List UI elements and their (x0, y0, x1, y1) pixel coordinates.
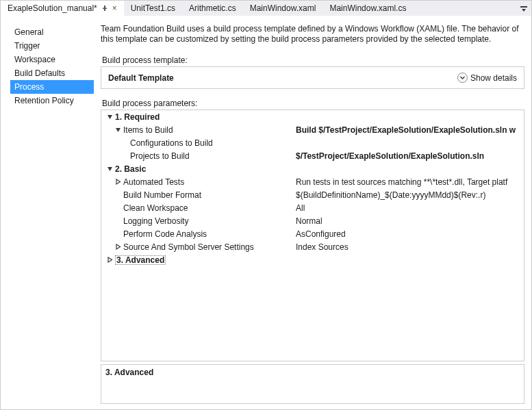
collapse-icon[interactable] (105, 113, 114, 121)
category-label: 1. Required (115, 112, 160, 122)
show-details-label: Show details (470, 73, 517, 83)
tab-mainwindow-xaml-cs[interactable]: MainWindow.xaml.cs (322, 1, 413, 16)
category-label: 3. Advanced (115, 255, 166, 265)
parameters-section: Build process parameters: 1. Required (101, 96, 524, 404)
param-row-projects-to-build[interactable]: Projects to Build $/TestProject/ExapleSo… (101, 149, 524, 162)
param-name: Perform Code Analysis (123, 229, 207, 239)
sidebar-item-retention-policy[interactable]: Retention Policy (10, 94, 94, 107)
intro-text: Team Foundation Build uses a build proce… (101, 24, 524, 44)
param-row-clean-workspace[interactable]: Clean Workspace All (101, 201, 524, 214)
parameters-section-label: Build process parameters: (102, 99, 523, 108)
category-row-basic[interactable]: 2. Basic (101, 162, 524, 175)
sidebar-item-build-defaults[interactable]: Build Defaults (10, 66, 94, 80)
param-value[interactable]: All (296, 203, 524, 213)
template-box: Default Template Show details (101, 66, 524, 89)
sidebar-item-label: Build Defaults (14, 68, 65, 78)
property-grid[interactable]: 1. Required Items to Build Build $/TestP… (101, 110, 524, 361)
category-sidebar: General Trigger Workspace Build Defaults… (1, 16, 97, 409)
tab-label: MainWindow.xaml (250, 3, 316, 13)
template-section-label: Build process template: (102, 55, 523, 65)
expand-icon[interactable] (105, 256, 114, 264)
sidebar-item-label: Trigger (14, 41, 40, 51)
svg-rect-0 (520, 6, 527, 8)
editor-pane: ExapleSolution_manual* × UnitTest1.cs Ar… (0, 0, 532, 410)
param-value[interactable]: $/TestProject/ExapleSolution/ExapleSolut… (296, 151, 524, 161)
document-tabstrip: ExapleSolution_manual* × UnitTest1.cs Ar… (1, 1, 531, 16)
expand-icon[interactable] (114, 243, 122, 251)
sidebar-item-process[interactable]: Process (10, 80, 94, 94)
param-row-items-to-build[interactable]: Items to Build Build $/TestProject/Exapl… (101, 123, 524, 136)
param-value[interactable]: Build $/TestProject/ExapleSolution/Exapl… (296, 125, 524, 135)
param-value[interactable]: Run tests in test sources matching **\*t… (296, 177, 524, 187)
param-name: Projects to Build (130, 151, 190, 161)
param-value[interactable]: AsConfigured (296, 229, 524, 239)
param-name: Build Number Format (123, 190, 201, 200)
param-row-source-symbol-settings[interactable]: Source And Symbol Server Settings Index … (101, 240, 524, 253)
sidebar-item-label: General (14, 27, 44, 37)
category-row-advanced[interactable]: 3. Advanced (101, 253, 524, 266)
param-name: Automated Tests (123, 177, 184, 187)
param-name: Configurations to Build (130, 138, 213, 148)
main-content: Team Foundation Build uses a build proce… (97, 16, 531, 409)
pin-icon[interactable] (102, 5, 110, 12)
param-value[interactable]: Index Sources (296, 242, 524, 252)
sidebar-item-label: Process (14, 82, 44, 92)
param-row-perform-code-analysis[interactable]: Perform Code Analysis AsConfigured (101, 227, 524, 240)
sidebar-item-trigger[interactable]: Trigger (10, 39, 94, 53)
sidebar-item-workspace[interactable]: Workspace (10, 53, 94, 66)
description-panel: 3. Advanced (101, 364, 524, 404)
category-row-required[interactable]: 1. Required (101, 110, 524, 123)
sidebar-item-label: Workspace (14, 55, 55, 64)
sidebar-item-label: Retention Policy (14, 96, 74, 105)
param-row-automated-tests[interactable]: Automated Tests Run tests in test source… (101, 175, 524, 188)
param-name: Clean Workspace (123, 203, 188, 213)
param-name: Items to Build (123, 125, 173, 135)
tab-arithmetic[interactable]: Arithmetic.cs (182, 1, 243, 16)
tab-label: ExapleSolution_manual* (8, 3, 97, 13)
close-icon[interactable]: × (112, 3, 117, 13)
tab-mainwindow-xaml[interactable]: MainWindow.xaml (243, 1, 323, 16)
tab-label: MainWindow.xaml.cs (329, 3, 406, 13)
collapse-icon[interactable] (114, 126, 122, 134)
tab-overflow-button[interactable] (516, 3, 531, 13)
chevron-down-icon (457, 73, 468, 83)
param-name: Logging Verbosity (123, 216, 188, 226)
expand-icon[interactable] (114, 178, 122, 186)
param-name: Source And Symbol Server Settings (123, 242, 254, 252)
body: General Trigger Workspace Build Defaults… (1, 16, 531, 409)
show-details-toggle[interactable]: Show details (457, 73, 517, 83)
collapse-icon[interactable] (105, 165, 114, 173)
category-label: 2. Basic (115, 164, 146, 174)
param-row-configurations-to-build[interactable]: Configurations to Build (101, 136, 524, 149)
sidebar-item-general[interactable]: General (10, 25, 94, 39)
tab-label: UnitTest1.cs (131, 3, 175, 13)
param-value[interactable]: Normal (296, 216, 524, 226)
param-row-build-number-format[interactable]: Build Number Format $(BuildDefinitionNam… (101, 188, 524, 201)
param-row-logging-verbosity[interactable]: Logging Verbosity Normal (101, 214, 524, 227)
tab-exaplesolution-manual[interactable]: ExapleSolution_manual* × (1, 1, 124, 16)
description-title: 3. Advanced (105, 368, 520, 377)
tab-label: Arithmetic.cs (189, 3, 236, 13)
template-name: Default Template (108, 73, 174, 83)
tab-unittest1[interactable]: UnitTest1.cs (124, 1, 182, 16)
param-value[interactable]: $(BuildDefinitionName)_$(Date:yyyyMMdd)$… (296, 190, 524, 200)
